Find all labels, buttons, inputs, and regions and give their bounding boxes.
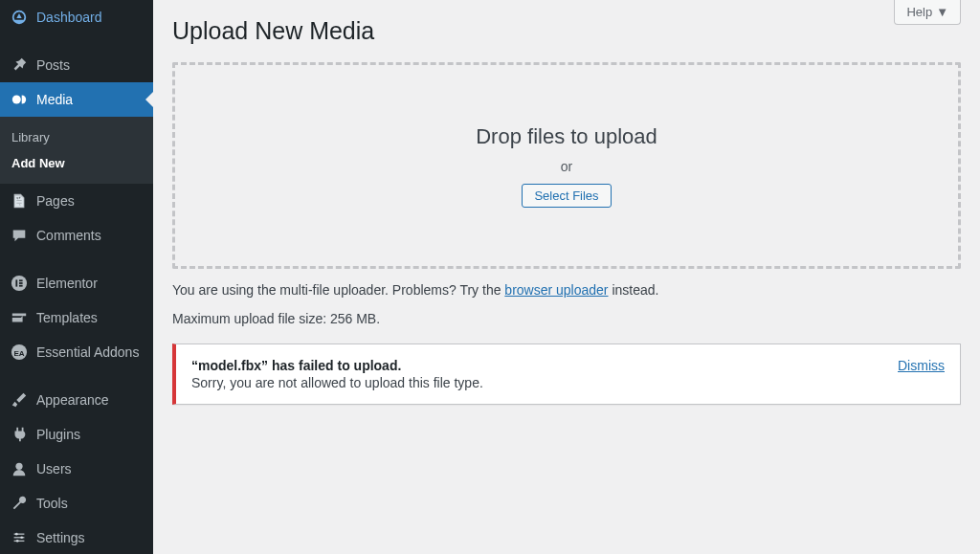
sidebar-item-label: Tools (36, 496, 68, 511)
chevron-down-icon: ▼ (936, 5, 948, 19)
dropzone-or: or (561, 159, 572, 174)
select-files-button[interactable]: Select Files (522, 184, 611, 208)
svg-text:EA: EA (13, 349, 24, 358)
svg-rect-4 (19, 282, 23, 284)
sidebar-item-dashboard[interactable]: Dashboard (0, 0, 153, 34)
sidebar-item-posts[interactable]: Posts (0, 48, 153, 82)
help-tab-button[interactable]: Help ▼ (894, 0, 961, 25)
sidebar-item-label: Elementor (36, 276, 98, 291)
error-title: “model.fbx” has failed to upload. (191, 358, 401, 373)
svg-point-0 (12, 96, 21, 104)
sidebar-item-label: Templates (36, 310, 98, 325)
dismiss-link[interactable]: Dismiss (898, 358, 945, 373)
dropzone-title: Drop files to upload (476, 124, 657, 149)
svg-point-12 (15, 533, 18, 536)
gear-icon (10, 528, 29, 547)
upload-error-notice: “model.fbx” has failed to upload. Sorry,… (172, 343, 961, 405)
user-icon (10, 459, 29, 478)
sidebar-item-pages[interactable]: Pages (0, 184, 153, 218)
comments-icon (10, 226, 29, 245)
svg-rect-3 (19, 279, 23, 281)
svg-rect-5 (19, 285, 23, 287)
plug-icon (10, 425, 29, 444)
dashboard-icon (10, 8, 29, 27)
sidebar-item-essential-addons[interactable]: EA Essential Addons (0, 335, 153, 369)
brush-icon (10, 390, 29, 410)
sidebar-item-settings[interactable]: Settings (0, 521, 153, 554)
page-title: Upload New Media (172, 17, 961, 45)
sidebar-item-label: Media (36, 92, 73, 107)
upload-dropzone[interactable]: Drop files to upload or Select Files (172, 62, 961, 269)
sidebar-item-media[interactable]: Media (0, 82, 153, 117)
svg-rect-11 (14, 541, 25, 542)
svg-point-13 (20, 536, 23, 539)
info-suffix: instead. (609, 282, 659, 298)
wrench-icon (10, 494, 29, 513)
max-upload-size: Maximum upload file size: 256 MB. (172, 311, 961, 326)
browser-uploader-link[interactable]: browser uploader (504, 282, 608, 298)
templates-icon (10, 308, 29, 327)
sidebar-item-label: Comments (36, 228, 101, 243)
sidebar-item-label: Plugins (36, 427, 80, 442)
help-label: Help (906, 5, 932, 19)
svg-rect-2 (15, 279, 17, 286)
sidebar-item-appearance[interactable]: Appearance (0, 383, 153, 417)
sidebar-sub-add-new[interactable]: Add New (0, 150, 153, 176)
sidebar-item-elementor[interactable]: Elementor (0, 266, 153, 300)
sidebar-sub-library[interactable]: Library (0, 124, 153, 150)
sidebar-item-label: Appearance (36, 392, 109, 408)
sidebar-item-comments[interactable]: Comments (0, 218, 153, 253)
svg-point-14 (16, 540, 19, 543)
sidebar-item-label: Pages (36, 193, 75, 209)
sidebar-item-label: Users (36, 461, 72, 476)
sidebar-item-label: Dashboard (36, 10, 102, 25)
main-content: Help ▼ Upload New Media Drop files to up… (153, 0, 980, 554)
pages-icon (10, 191, 29, 211)
error-message: Sorry, you are not allowed to upload thi… (191, 375, 483, 390)
sidebar-item-templates[interactable]: Templates (0, 300, 153, 335)
sidebar-item-label: Essential Addons (36, 344, 139, 360)
elementor-icon (10, 274, 29, 293)
sidebar-item-tools[interactable]: Tools (0, 486, 153, 521)
sidebar-item-plugins[interactable]: Plugins (0, 417, 153, 452)
info-prefix: You are using the multi-file uploader. P… (172, 282, 504, 298)
svg-point-8 (15, 463, 22, 470)
sidebar-item-label: Settings (36, 530, 85, 545)
media-icon (10, 90, 29, 109)
sidebar-item-label: Posts (36, 57, 70, 73)
admin-sidebar: Dashboard Posts Media Library Add New Pa… (0, 0, 153, 554)
ea-icon: EA (10, 343, 29, 362)
uploader-info: You are using the multi-file uploader. P… (172, 282, 961, 298)
sidebar-item-users[interactable]: Users (0, 452, 153, 486)
sidebar-submenu-media: Library Add New (0, 117, 153, 184)
pin-icon (10, 55, 29, 75)
